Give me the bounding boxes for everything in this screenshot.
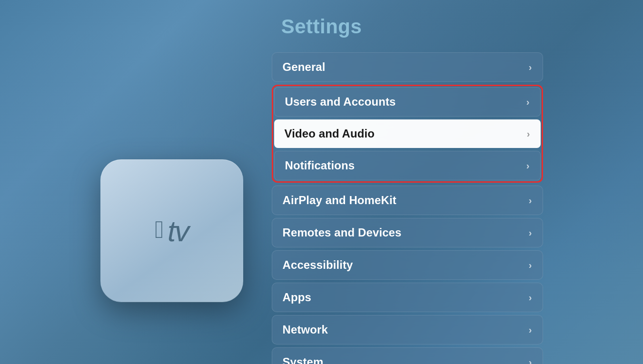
chevron-icon-video-and-audio: ›	[527, 128, 530, 139]
chevron-icon-notifications: ›	[526, 160, 530, 171]
menu-item-users-and-accounts[interactable]: Users and Accounts ›	[274, 87, 541, 117]
chevron-icon-remotes-devices: ›	[529, 227, 532, 238]
chevron-icon-system: ›	[529, 357, 532, 364]
menu-item-video-and-audio[interactable]: Video and Audio ›	[274, 119, 541, 148]
menu-item-label-airplay-homekit: AirPlay and HomeKit	[283, 194, 396, 207]
chevron-icon-accessibility: ›	[529, 260, 532, 271]
menu-item-remotes-devices[interactable]: Remotes and Devices ›	[272, 218, 543, 247]
menu-item-notifications[interactable]: Notifications ›	[274, 151, 541, 180]
menu-item-network[interactable]: Network ›	[272, 315, 543, 344]
menu-item-label-apps: Apps	[283, 291, 311, 304]
menu-item-general[interactable]: General ›	[272, 52, 543, 82]
chevron-icon-general: ›	[529, 62, 532, 73]
chevron-icon-network: ›	[529, 325, 532, 335]
menu-item-label-accessibility: Accessibility	[283, 258, 353, 272]
highlight-group: Users and Accounts › Video and Audio › N…	[272, 85, 543, 183]
menu-item-apps[interactable]: Apps ›	[272, 283, 543, 312]
menu-item-system[interactable]: System ›	[272, 347, 543, 364]
appletv-device:  tv	[100, 159, 243, 302]
menu-item-accessibility[interactable]: Accessibility ›	[272, 250, 543, 280]
appletv-logo:  tv	[155, 214, 188, 248]
chevron-icon-apps: ›	[529, 292, 532, 303]
settings-menu: General › Users and Accounts › Video and…	[272, 52, 543, 364]
menu-item-label-video-and-audio: Video and Audio	[285, 127, 375, 140]
menu-item-label-general: General	[283, 60, 326, 74]
menu-item-label-notifications: Notifications	[285, 159, 355, 172]
menu-item-label-users-and-accounts: Users and Accounts	[285, 95, 396, 108]
content-area:  tv General › Users and Accounts › Vide…	[0, 43, 643, 364]
apple-logo-icon: 	[155, 217, 164, 242]
menu-item-label-network: Network	[283, 323, 328, 336]
page-title: Settings	[0, 0, 643, 38]
chevron-icon-users-and-accounts: ›	[526, 97, 530, 108]
menu-item-airplay-homekit[interactable]: AirPlay and HomeKit ›	[272, 186, 543, 215]
tv-label: tv	[168, 214, 188, 248]
menu-item-label-remotes-devices: Remotes and Devices	[283, 226, 402, 239]
chevron-icon-airplay-homekit: ›	[529, 195, 532, 206]
menu-item-label-system: System	[283, 355, 324, 364]
